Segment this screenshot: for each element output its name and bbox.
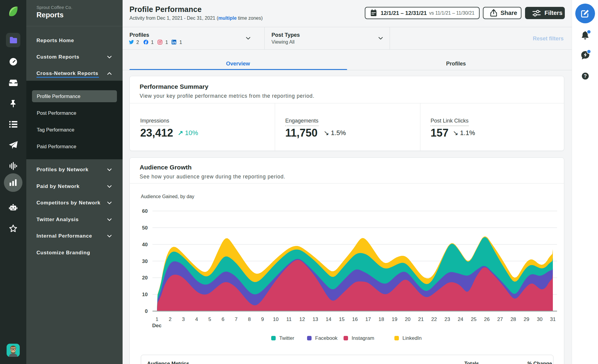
svg-text:28: 28	[510, 316, 516, 322]
svg-text:25: 25	[471, 316, 477, 322]
svg-text:7: 7	[235, 316, 237, 322]
svg-text:14: 14	[326, 316, 331, 322]
svg-text:2: 2	[169, 316, 171, 322]
svg-text:5: 5	[208, 316, 211, 322]
svg-text:6: 6	[222, 316, 224, 322]
svg-text:10: 10	[273, 316, 279, 322]
svg-text:20: 20	[405, 316, 411, 322]
svg-text:16: 16	[352, 316, 358, 322]
svg-text:12: 12	[299, 316, 305, 322]
svg-text:10: 10	[142, 292, 148, 297]
svg-text:13: 13	[312, 316, 318, 322]
svg-text:15: 15	[339, 316, 344, 322]
svg-text:22: 22	[431, 316, 437, 322]
svg-text:9: 9	[261, 316, 264, 322]
svg-text:1: 1	[155, 316, 158, 322]
svg-text:21: 21	[418, 316, 424, 322]
svg-text:20: 20	[142, 275, 148, 281]
svg-text:3: 3	[182, 316, 185, 322]
svg-text:31: 31	[550, 316, 556, 322]
svg-text:Dec: Dec	[152, 323, 161, 328]
svg-text:30: 30	[537, 316, 542, 322]
svg-text:27: 27	[497, 316, 503, 322]
svg-text:0: 0	[145, 308, 148, 314]
svg-text:4: 4	[195, 316, 198, 322]
svg-text:50: 50	[142, 225, 148, 231]
svg-text:17: 17	[365, 316, 371, 322]
svg-text:60: 60	[142, 208, 148, 214]
svg-text:29: 29	[524, 316, 529, 322]
svg-text:24: 24	[458, 316, 463, 322]
svg-text:8: 8	[248, 316, 251, 322]
svg-text:26: 26	[484, 316, 490, 322]
svg-text:11: 11	[286, 316, 292, 322]
svg-text:23: 23	[444, 316, 450, 322]
svg-text:19: 19	[392, 316, 397, 322]
svg-text:40: 40	[142, 242, 148, 247]
svg-text:18: 18	[379, 316, 384, 322]
svg-text:30: 30	[142, 259, 148, 264]
